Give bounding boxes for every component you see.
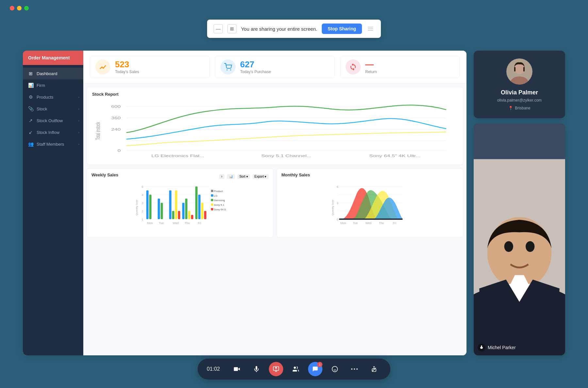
- weekly-sort-btn[interactable]: Sort ▾: [237, 174, 250, 179]
- monthly-sales-header: Monthly Sales: [282, 172, 459, 181]
- right-panel: Olivia Palmer olivia.palmer@zylker.com 📍…: [474, 51, 565, 355]
- sales-value: 523: [115, 60, 139, 69]
- sidebar-item-dashboard[interactable]: ⊞ Dashboard: [23, 68, 83, 79]
- sidebar-label-products: Products: [37, 95, 53, 100]
- sidebar-label-firm: Firm: [37, 83, 45, 88]
- svg-text:0: 0: [336, 218, 338, 221]
- bottom-charts: Weekly Sales › 📊 Sort ▾ Export ▾: [87, 168, 463, 238]
- return-icon: [346, 59, 361, 74]
- sales-label: Today's Sales: [115, 70, 139, 74]
- sidebar-item-stock-outflow[interactable]: ↗ Stock Outflow ›: [23, 115, 83, 126]
- profile-card: Olivia Palmer olivia.palmer@zylker.com 📍…: [474, 51, 565, 118]
- end-call-button[interactable]: [367, 362, 381, 376]
- weekly-chart-type-btn[interactable]: 📊: [227, 174, 235, 179]
- svg-text:Fri: Fri: [393, 221, 396, 225]
- svg-rect-28: [158, 199, 160, 219]
- svg-rect-51: [211, 199, 213, 201]
- more-button[interactable]: [347, 362, 362, 376]
- banner-drag-handle: [367, 25, 374, 32]
- svg-rect-38: [195, 186, 198, 219]
- svg-rect-27: [149, 195, 152, 219]
- reactions-button[interactable]: [328, 362, 342, 376]
- staff-icon: 👥: [28, 141, 33, 147]
- svg-text:0: 0: [118, 149, 121, 153]
- svg-point-95: [332, 366, 338, 372]
- dashboard-panel: Order Management ⊞ Dashboard 📊 Firm ⚙ Pr…: [23, 51, 466, 355]
- chat-badge: 1: [317, 362, 322, 367]
- svg-rect-33: [178, 211, 180, 219]
- banner-collapse-btn[interactable]: —: [214, 24, 223, 33]
- svg-text:360: 360: [111, 116, 121, 120]
- sidebar-item-firm[interactable]: 📊 Firm: [23, 79, 83, 91]
- weekly-export-btn[interactable]: Export ▾: [253, 174, 269, 179]
- stock-icon: 📎: [28, 106, 33, 111]
- svg-rect-53: [211, 203, 213, 206]
- svg-text:3: 3: [336, 202, 338, 205]
- svg-rect-34: [182, 203, 185, 219]
- svg-point-94: [294, 367, 296, 369]
- svg-text:Wed: Wed: [365, 221, 371, 225]
- sidebar-label-stock-outflow: Stock Outflow: [37, 118, 63, 123]
- svg-rect-29: [161, 203, 163, 219]
- chat-button[interactable]: 1: [308, 362, 322, 376]
- svg-text:LG: LG: [214, 194, 218, 197]
- purchase-icon: [220, 59, 236, 74]
- video-feed: [474, 123, 565, 355]
- svg-rect-77: [523, 67, 525, 72]
- weekly-sales-controls: › 📊 Sort ▾ Export ▾: [219, 174, 268, 179]
- toolbar: 01:02 1: [198, 359, 390, 380]
- location-text: Brisbane: [515, 106, 530, 110]
- stats-row: 523 Today's Sales 627 Today's P: [83, 51, 466, 84]
- svg-text:Sony 64.5" 4K Ultr...: Sony 64.5" 4K Ultr...: [369, 154, 420, 158]
- stock-report-chart: 600 360 240 0 Total instock LG Electroni…: [92, 100, 458, 159]
- dot-maximize[interactable]: [24, 6, 29, 10]
- products-arrow-icon: ›: [78, 95, 79, 99]
- svg-rect-37: [191, 215, 193, 219]
- avatar-image: [506, 58, 532, 85]
- weekly-sales-chart: 6 4 3 2 1 Quantity Sold: [91, 183, 269, 232]
- svg-point-0: [227, 70, 228, 71]
- sidebar-item-stock-inflow[interactable]: ↙ Stock Inflow ›: [23, 126, 83, 138]
- camera-button[interactable]: [230, 362, 244, 376]
- video-card: Michel Parker: [474, 123, 565, 355]
- screen-share-icon: ⊞: [227, 24, 237, 33]
- svg-text:2: 2: [142, 210, 143, 213]
- weekly-sales-header: Weekly Sales › 📊 Sort ▾ Export ▾: [91, 172, 269, 181]
- svg-text:Sony 5.1: Sony 5.1: [214, 203, 224, 206]
- svg-text:LG Electronics Flat...: LG Electronics Flat...: [151, 154, 204, 158]
- sidebar-brand: Order Management: [23, 51, 83, 65]
- dot-close[interactable]: [10, 6, 14, 10]
- screen-share-button[interactable]: [269, 362, 283, 376]
- purchase-value: 627: [240, 60, 271, 69]
- svg-text:3: 3: [142, 202, 143, 205]
- svg-text:600: 600: [111, 105, 121, 108]
- sidebar-item-products[interactable]: ⚙ Products ›: [23, 91, 83, 103]
- svg-text:Tue: Tue: [353, 221, 358, 225]
- svg-text:Product: Product: [214, 190, 223, 193]
- sidebar-item-staff[interactable]: 👥 Staff Members ›: [23, 138, 83, 150]
- svg-text:Quantity Sold: Quantity Sold: [331, 200, 334, 216]
- staff-arrow-icon: ›: [78, 142, 79, 146]
- stop-sharing-button[interactable]: Stop Sharing: [322, 24, 362, 34]
- profile-location: 📍 Brisbane: [508, 106, 530, 110]
- participants-button[interactable]: [288, 362, 303, 376]
- sidebar-item-stock[interactable]: 📎 Stock ›: [23, 103, 83, 115]
- svg-rect-76: [514, 67, 515, 72]
- dashboard-content: 523 Today's Sales 627 Today's P: [83, 51, 466, 355]
- monthly-sales-chart: 6 3 0 Quantity Sold: [282, 183, 459, 232]
- window-chrome: [10, 6, 29, 10]
- svg-rect-26: [146, 190, 149, 219]
- dot-minimize[interactable]: [17, 6, 22, 10]
- svg-rect-35: [185, 199, 188, 219]
- svg-rect-40: [201, 203, 204, 219]
- svg-point-83: [504, 241, 513, 252]
- banner-text: You are sharing your entire screen.: [241, 26, 317, 32]
- mic-button[interactable]: [249, 362, 264, 376]
- sidebar-nav: ⊞ Dashboard 📊 Firm ⚙ Products › 📎 Stock …: [23, 65, 83, 153]
- weekly-nav-btn[interactable]: ›: [219, 174, 224, 179]
- svg-text:6: 6: [142, 185, 143, 188]
- profile-email: olivia.palmer@zylker.com: [497, 98, 542, 103]
- svg-text:4: 4: [142, 193, 143, 197]
- sidebar-label-dashboard: Dashboard: [37, 71, 57, 76]
- stock-arrow-icon: ›: [78, 107, 79, 111]
